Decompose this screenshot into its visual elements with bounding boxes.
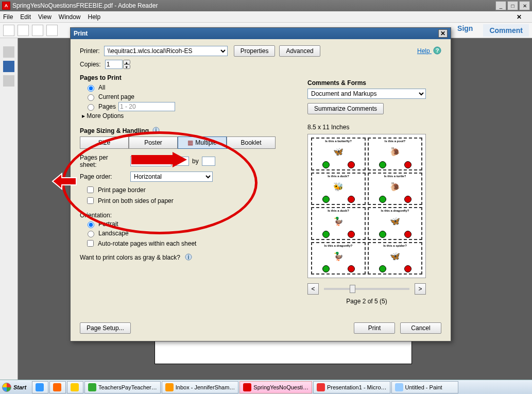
- copies-input[interactable]: [105, 60, 123, 69]
- app-icon: [53, 383, 61, 391]
- taskbar-item[interactable]: [67, 381, 83, 393]
- preview-card: Is this a turtle?🐌: [368, 173, 422, 205]
- check-both-sides[interactable]: [87, 197, 94, 204]
- menu-edit[interactable]: Edit: [20, 13, 31, 21]
- taskbar-item[interactable]: [49, 381, 66, 393]
- print-dialog: Print ✕ Help ? Printer: \\equitrac1.wlcs…: [70, 27, 451, 341]
- svg-text:i: i: [188, 254, 190, 260]
- pages-per-sheet-select[interactable]: 4: [130, 156, 171, 166]
- radio-landscape[interactable]: [88, 231, 94, 237]
- app-icon: [395, 383, 403, 391]
- preview-page-info: Page 2 of 5 (5): [307, 298, 426, 305]
- app-icon: [243, 383, 251, 391]
- print-preview: Is this a butterfly?🦋Is this a pool?🐌Is …: [307, 134, 426, 278]
- printer-label: Printer:: [80, 47, 100, 55]
- radio-pages[interactable]: [88, 104, 94, 111]
- minimize-button[interactable]: _: [495, 1, 506, 10]
- copies-up[interactable]: ▲: [123, 60, 130, 64]
- dialog-titlebar: Print ✕: [71, 28, 451, 39]
- app-icon: [165, 383, 174, 391]
- menu-help[interactable]: Help: [88, 13, 101, 21]
- app-icon: [71, 383, 79, 391]
- print-button[interactable]: Print: [354, 322, 395, 334]
- check-page-border[interactable]: [87, 186, 94, 193]
- cancel-button[interactable]: Cancel: [400, 322, 441, 334]
- tab-size[interactable]: Size: [80, 136, 129, 149]
- more-options-toggle[interactable]: ▸ More Options: [82, 112, 124, 119]
- tab-booklet[interactable]: Booklet: [227, 136, 276, 149]
- dialog-close-button[interactable]: ✕: [438, 29, 448, 38]
- comments-forms-heading: Comments & Forms: [307, 79, 441, 87]
- svg-text:i: i: [156, 128, 157, 133]
- radio-portrait[interactable]: [88, 221, 94, 228]
- menu-window[interactable]: Window: [59, 13, 81, 21]
- app-icon: [317, 383, 325, 391]
- windows-logo-icon: [2, 383, 11, 392]
- preview-prev-button[interactable]: <: [307, 283, 319, 295]
- pages-per-sheet-label: Pages per sheet:: [80, 154, 126, 168]
- comments-forms-select[interactable]: Document and Markups: [307, 89, 426, 99]
- taskbar-item[interactable]: Inbox - JenniferSham…: [162, 381, 239, 393]
- preview-card: Is this a dragonfly?🦆: [311, 242, 366, 275]
- comment-link[interactable]: Comment: [483, 24, 529, 37]
- menu-view[interactable]: View: [38, 13, 52, 21]
- toolbar-btn-2[interactable]: [18, 25, 29, 36]
- properties-button[interactable]: Properties: [234, 45, 276, 57]
- tab-poster[interactable]: Poster: [129, 136, 178, 149]
- menu-file[interactable]: File: [3, 13, 13, 21]
- app-icon: [88, 383, 96, 391]
- app-titlebar: A SpringYesNoQuestionsFREEBIE.pdf - Adob…: [0, 0, 532, 11]
- paper-size-label: 8.5 x 11 Inches: [307, 124, 441, 131]
- toolbar-btn-1[interactable]: [3, 25, 14, 36]
- dialog-title: Print: [74, 30, 88, 37]
- sign-link[interactable]: Sign: [457, 24, 473, 37]
- maximize-button[interactable]: □: [507, 1, 518, 10]
- page-order-select[interactable]: Horizontal: [130, 172, 213, 182]
- copies-down[interactable]: ▼: [123, 64, 130, 69]
- taskbar-item[interactable]: Untitled - Paint: [391, 381, 458, 393]
- preview-next-button[interactable]: >: [415, 283, 426, 295]
- window-title: SpringYesNoQuestionsFREEBIE.pdf - Adobe …: [12, 2, 158, 9]
- adobe-icon: A: [2, 2, 10, 10]
- pps-custom-w[interactable]: [176, 157, 189, 166]
- tab-multiple[interactable]: ▦Multiple: [178, 136, 227, 149]
- app-icon: [36, 383, 44, 391]
- attachments-icon[interactable]: [3, 75, 14, 87]
- start-button[interactable]: Start: [0, 381, 31, 394]
- preview-card: Is this a spider?🦋: [368, 242, 422, 275]
- check-autorotate[interactable]: [87, 240, 94, 247]
- taskbar-item[interactable]: Presentation1 - Micro…: [313, 381, 390, 393]
- advanced-button[interactable]: Advanced: [279, 45, 320, 57]
- menu-bar: File Edit View Window Help ✕: [0, 11, 532, 23]
- preview-card: Is this a duck?🦆: [311, 207, 366, 240]
- bookmarks-icon[interactable]: [3, 61, 14, 72]
- by-label: by: [192, 158, 199, 165]
- pps-custom-h[interactable]: [202, 157, 215, 166]
- toolbar-btn-3[interactable]: [32, 25, 43, 36]
- preview-card: Is this a duck?🐝: [311, 173, 366, 205]
- close-button[interactable]: ✕: [519, 1, 530, 10]
- copies-label: Copies:: [80, 61, 101, 68]
- page-setup-button[interactable]: Page Setup...: [80, 322, 131, 334]
- taskbar: Start TeachersPayTeacher…Inbox - Jennife…: [0, 380, 532, 394]
- thumbnails-icon[interactable]: [3, 46, 14, 58]
- page-order-label: Page order:: [80, 173, 126, 180]
- pages-range-input[interactable]: [118, 102, 175, 111]
- preview-card: Is this a butterfly?🦋: [311, 138, 366, 170]
- preview-slider[interactable]: [324, 288, 409, 290]
- left-nav-panel: [0, 38, 18, 380]
- taskbar-item[interactable]: [32, 381, 48, 393]
- radio-current[interactable]: [88, 94, 94, 101]
- summarize-button[interactable]: Summarize Comments: [307, 103, 384, 114]
- svg-text:?: ?: [436, 47, 439, 54]
- taskbar-item[interactable]: SpringYesNoQuesti…: [239, 381, 312, 393]
- help-link[interactable]: Help ?: [417, 46, 441, 55]
- preview-card: Is this a pool?🐌: [368, 138, 422, 170]
- doc-close-button[interactable]: ✕: [517, 13, 522, 21]
- toolbar-btn-4[interactable]: [46, 25, 58, 36]
- printer-select[interactable]: \\equitrac1.wlcs.local\Ricoh-ES: [104, 46, 228, 56]
- taskbar-item[interactable]: TeachersPayTeacher…: [84, 381, 161, 393]
- preview-card: Is this a dragonfly?🦋: [368, 207, 422, 240]
- radio-all[interactable]: [88, 85, 94, 92]
